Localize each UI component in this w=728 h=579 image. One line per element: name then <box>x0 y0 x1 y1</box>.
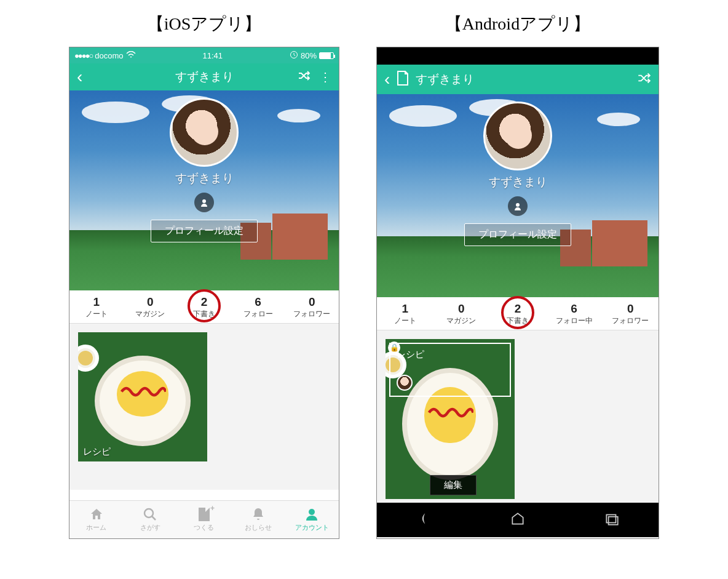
tab-search[interactable]: さがす <box>124 501 178 538</box>
profile-cover: すずきまり プロフィール設定 <box>69 90 339 290</box>
stat-notes[interactable]: 1 ノート <box>69 290 124 323</box>
svg-point-3 <box>309 509 315 515</box>
nav-title: すずきまり <box>416 71 474 87</box>
edit-button[interactable]: 編集 <box>430 475 477 495</box>
card-label: レシピ <box>83 446 111 458</box>
mini-avatar <box>397 375 413 391</box>
android-frame: ‹ すずきまり すずきまり <box>376 47 659 539</box>
stat-drafts[interactable]: 2 下書き <box>489 297 546 330</box>
android-recent-button[interactable] <box>604 511 620 529</box>
stat-label: フォロワー <box>285 309 339 319</box>
stat-label: マガジン <box>124 309 178 319</box>
content-area[interactable]: 🔒 レシピ 編集 <box>377 330 659 503</box>
stat-label: フォロー <box>231 309 285 319</box>
home-icon <box>89 507 104 522</box>
svg-rect-6 <box>608 517 617 525</box>
ios-frame: ●●●●○ docomo 11:41 80% ‹ <box>69 47 339 539</box>
stat-label: マガジン <box>433 316 490 326</box>
stat-followers[interactable]: 0 フォロワー <box>285 290 339 323</box>
stat-label: 下書き <box>489 316 546 326</box>
clock: 11:41 <box>202 51 223 60</box>
back-button[interactable]: ‹ <box>77 67 82 87</box>
svg-point-4 <box>516 203 520 207</box>
account-icon <box>304 507 319 522</box>
card-overlay: 🔒 レシピ <box>389 343 511 397</box>
tab-label: さがす <box>140 523 160 532</box>
note-card[interactable]: レシピ <box>78 332 207 461</box>
stat-magazines[interactable]: 0 マガジン <box>433 297 490 330</box>
battery-percent: 80% <box>301 51 317 60</box>
stat-num: 1 <box>377 302 433 316</box>
ios-navbar: ‹ すずきまり ⋮ <box>69 63 339 90</box>
more-icon[interactable]: ⋮ <box>319 74 331 79</box>
shuffle-icon[interactable] <box>636 71 651 89</box>
stat-label: フォロワー <box>602 316 659 326</box>
ios-status-bar: ●●●●○ docomo 11:41 80% <box>69 47 339 63</box>
back-button[interactable]: ‹ <box>384 70 390 89</box>
stat-drafts[interactable]: 2 下書き <box>177 290 231 323</box>
content-area[interactable]: レシピ <box>69 324 339 490</box>
bell-icon <box>251 507 266 522</box>
signal-icon: ●●●●○ <box>74 51 92 60</box>
tab-label: つくる <box>194 523 214 532</box>
battery-icon <box>319 52 334 59</box>
android-navbar: ‹ すずきまり <box>377 65 659 94</box>
shuffle-icon[interactable] <box>297 69 311 86</box>
profile-cover: すずきまり プロフィール設定 <box>377 94 659 297</box>
avatar[interactable] <box>170 98 239 167</box>
note-card[interactable]: 🔒 レシピ 編集 <box>386 339 515 499</box>
stat-notes[interactable]: 1 ノート <box>377 297 433 330</box>
user-badge-icon[interactable] <box>194 193 214 212</box>
tabbar: ホーム さがす つくる おしらせ アカウント <box>69 500 339 538</box>
tab-create[interactable]: つくる <box>177 501 231 538</box>
stats-bar: 1 ノート 0 マガジン 2 下書き 6 フォロー中 0 <box>377 297 659 330</box>
stat-num: 2 <box>489 302 546 316</box>
create-icon <box>199 507 210 522</box>
search-icon <box>143 507 157 522</box>
stat-label: ノート <box>69 309 124 319</box>
stat-num: 0 <box>433 302 490 316</box>
tab-label: ホーム <box>86 523 106 532</box>
stat-num: 2 <box>177 295 231 309</box>
stat-following[interactable]: 6 フォロー <box>231 290 285 323</box>
nav-title: すずきまり <box>175 69 234 85</box>
tab-notifications[interactable]: おしらせ <box>231 501 285 538</box>
carrier-label: docomo <box>95 51 123 60</box>
tab-label: アカウント <box>295 523 329 532</box>
user-badge-icon[interactable] <box>508 196 528 216</box>
stats-bar: 1 ノート 0 マガジン 2 下書き 6 フォロー 0 <box>69 290 339 324</box>
tab-home[interactable]: ホーム <box>69 501 124 538</box>
wifi-icon <box>126 50 136 60</box>
tab-label: おしらせ <box>245 523 272 532</box>
stat-num: 6 <box>546 302 603 316</box>
rotation-lock-icon <box>290 50 298 61</box>
stat-num: 0 <box>602 302 659 316</box>
stat-num: 6 <box>231 295 285 309</box>
stat-label: 下書き <box>177 309 231 319</box>
stat-magazines[interactable]: 0 マガジン <box>124 290 178 323</box>
card-label: レシピ <box>397 349 424 361</box>
stat-label: フォロー中 <box>546 316 603 326</box>
note-icon <box>396 70 410 89</box>
svg-point-1 <box>202 199 206 203</box>
stat-num: 1 <box>69 295 124 309</box>
stat-label: ノート <box>377 316 433 326</box>
tab-account[interactable]: アカウント <box>285 501 339 538</box>
stat-num: 0 <box>124 295 178 309</box>
profile-settings-button[interactable]: プロフィール設定 <box>464 223 571 246</box>
android-navbar-bottom <box>377 503 659 537</box>
android-home-button[interactable] <box>510 511 526 529</box>
android-heading: 【Androidアプリ】 <box>445 12 590 36</box>
android-status-bar <box>377 47 659 65</box>
stat-num: 0 <box>285 295 339 309</box>
profile-name: すずきまり <box>489 174 547 190</box>
stat-following[interactable]: 6 フォロー中 <box>546 297 603 330</box>
ios-heading: 【iOSアプリ】 <box>147 12 262 36</box>
profile-settings-button[interactable]: プロフィール設定 <box>151 220 258 242</box>
android-back-button[interactable] <box>416 511 432 529</box>
stat-followers[interactable]: 0 フォロワー <box>602 297 659 330</box>
svg-point-2 <box>144 509 153 517</box>
avatar[interactable] <box>483 102 552 170</box>
svg-rect-5 <box>606 515 615 523</box>
profile-name: すずきまり <box>175 170 234 186</box>
